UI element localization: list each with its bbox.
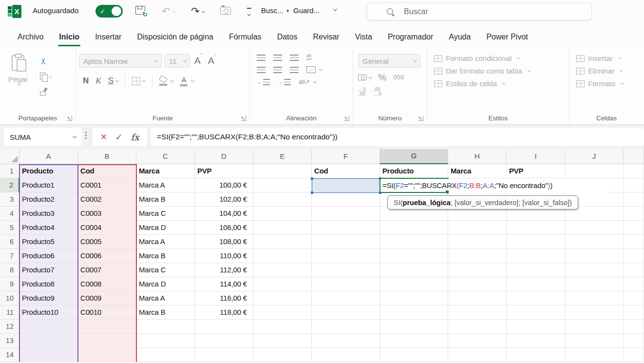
number-format-combo[interactable]: General: [358, 54, 420, 68]
cell-A13[interactable]: [19, 334, 78, 348]
autosave-toggle[interactable]: ✓: [95, 5, 123, 18]
cell-E1[interactable]: [253, 164, 312, 178]
redo-button[interactable]: ↷: [191, 5, 204, 18]
tab-archivo[interactable]: Archivo: [10, 30, 51, 45]
cell-I14[interactable]: [507, 348, 565, 362]
cell-B5[interactable]: C0004: [78, 221, 136, 235]
cancel-icon[interactable]: ×: [100, 132, 107, 142]
cell-E5[interactable]: [253, 221, 312, 235]
format-painter-icon[interactable]: [40, 88, 48, 96]
column-header-C[interactable]: C: [136, 149, 195, 164]
cell-B10[interactable]: C0009: [78, 291, 136, 306]
undo-button[interactable]: ↶: [162, 5, 175, 18]
cell-G10[interactable]: [380, 291, 448, 306]
cell-I8[interactable]: [507, 263, 565, 277]
cell-B8[interactable]: C0007: [78, 263, 136, 277]
cell-J8[interactable]: [565, 263, 624, 277]
cell-C1[interactable]: Marca: [136, 164, 195, 178]
cell-J11[interactable]: [565, 306, 624, 320]
tab-vista[interactable]: Vista: [347, 30, 380, 45]
cell-A8[interactable]: Producto7: [19, 263, 78, 277]
cell-B11[interactable]: C0010: [78, 306, 136, 320]
tab-disposicion-de-pagina[interactable]: Disposición de página: [129, 30, 221, 45]
cell-G12[interactable]: [380, 320, 448, 334]
tab-inicio[interactable]: Inicio: [51, 30, 87, 45]
font-size-combo[interactable]: 11: [165, 54, 190, 68]
cell-I13[interactable]: [507, 334, 565, 348]
select-all-corner[interactable]: [0, 149, 19, 164]
cell-D9[interactable]: 114,00 €: [195, 277, 253, 291]
cell-I11[interactable]: [507, 306, 565, 320]
cell-G5[interactable]: [380, 221, 448, 235]
number-dialog-launcher-icon[interactable]: [418, 116, 423, 121]
document-status[interactable]: Guard...: [293, 6, 320, 15]
formula-bar-grip-icon[interactable]: [85, 132, 87, 139]
enter-icon[interactable]: ✓: [115, 132, 123, 143]
quick-access-overflow-icon[interactable]: [246, 8, 252, 19]
cell-F4[interactable]: [312, 207, 380, 221]
cell-F5[interactable]: [312, 221, 380, 235]
cell-E6[interactable]: [253, 235, 312, 249]
cell-C6[interactable]: Marca A: [136, 235, 195, 249]
cell-B9[interactable]: C0008: [78, 277, 136, 291]
fill-color-button[interactable]: [159, 76, 167, 86]
cell-A9[interactable]: Producto8: [19, 277, 78, 291]
cell-E8[interactable]: [253, 263, 312, 277]
cell-D12[interactable]: [195, 320, 253, 334]
document-name[interactable]: Busc...: [261, 6, 284, 15]
cell-E9[interactable]: [253, 277, 312, 291]
dar-formato-como-tabla-button[interactable]: Dar formato como tabla: [434, 67, 566, 75]
row-header-9[interactable]: 9: [0, 277, 19, 291]
column-header-I[interactable]: I: [507, 149, 565, 164]
formula-input[interactable]: =SI(F2="";"";BUSCARX(F2;B:B;A:A;"No enco…: [151, 128, 644, 146]
row-header-13[interactable]: 13: [0, 334, 19, 348]
font-dialog-launcher-icon[interactable]: [241, 116, 246, 121]
save-icon[interactable]: ↻: [135, 6, 145, 15]
cell-A11[interactable]: Producto10: [19, 306, 78, 320]
cell-F13[interactable]: [312, 334, 380, 348]
cell-F1[interactable]: Cod: [312, 164, 380, 178]
cell-G9[interactable]: [380, 277, 448, 291]
cell-D5[interactable]: 106,00 €: [195, 221, 253, 235]
paste-button[interactable]: Pegar: [3, 54, 33, 112]
cell-B4[interactable]: C0003: [78, 207, 136, 221]
cell-A6[interactable]: Producto5: [19, 235, 78, 249]
column-header-A[interactable]: A: [19, 149, 78, 164]
align-left-icon[interactable]: [257, 67, 265, 73]
cell-F12[interactable]: [312, 320, 380, 334]
camera-icon[interactable]: [220, 7, 231, 15]
cell-F6[interactable]: [312, 235, 380, 249]
cell-H1[interactable]: Marca: [448, 164, 507, 178]
cell-E7[interactable]: [253, 249, 312, 263]
increase-decimal-button[interactable]: ←0,00: [358, 87, 366, 96]
column-header-F[interactable]: F: [312, 149, 380, 164]
estilos-de-celda-button[interactable]: Estilos de celda: [434, 79, 566, 88]
cell-H7[interactable]: [448, 249, 507, 263]
name-box[interactable]: SUMA: [4, 128, 82, 146]
cell-J6[interactable]: [565, 235, 624, 249]
tab-datos[interactable]: Datos: [269, 30, 305, 45]
cell-C11[interactable]: Marca B: [136, 306, 195, 320]
cell-G14[interactable]: [380, 348, 448, 362]
cell-F7[interactable]: [312, 249, 380, 263]
cell-A14[interactable]: [19, 348, 78, 362]
cell-G11[interactable]: [380, 306, 448, 320]
cell-I12[interactable]: [507, 320, 565, 334]
cell-J12[interactable]: [565, 320, 624, 334]
cell-A7[interactable]: Producto6: [19, 249, 78, 263]
cell-C5[interactable]: Marca D: [136, 221, 195, 235]
column-header-E[interactable]: E: [253, 149, 312, 164]
cell-D2[interactable]: 100,00 €: [195, 178, 253, 192]
cell-E14[interactable]: [253, 348, 312, 362]
comma-style-button[interactable]: 000: [393, 74, 404, 81]
cell-D13[interactable]: [195, 334, 253, 348]
cell-G1[interactable]: Producto: [380, 164, 448, 178]
cell-D6[interactable]: 108,00 €: [195, 235, 253, 249]
insertar-button[interactable]: Insertar: [576, 54, 641, 62]
font-color-button[interactable]: A: [180, 76, 188, 86]
row-header-8[interactable]: 8: [0, 263, 19, 277]
increase-indent-icon[interactable]: →: [278, 79, 291, 85]
formato-button[interactable]: Formato: [576, 79, 641, 88]
cell-F2[interactable]: [312, 178, 380, 192]
cell-B1[interactable]: Cod: [78, 164, 136, 178]
